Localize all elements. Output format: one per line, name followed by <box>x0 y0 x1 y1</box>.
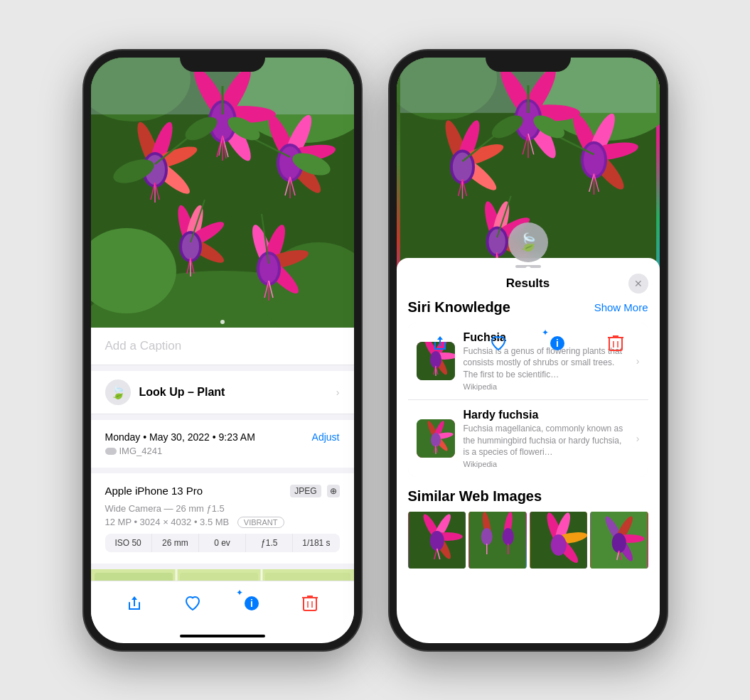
exif-iso: ISO 50 <box>105 534 152 552</box>
similar-visual-4 <box>590 512 648 569</box>
svg-point-41 <box>182 234 199 259</box>
lookup-label: Look Up – Plant <box>139 386 225 399</box>
flower-photo <box>91 58 354 328</box>
sparkle-icon-2: ✦ <box>542 328 549 338</box>
hardy-fuchsia-description: Fuchsia magellanica, commonly known as t… <box>464 423 628 458</box>
fuchsia-chevron-icon: › <box>636 355 640 367</box>
exif-ev: 0 ev <box>199 534 246 552</box>
sheet-close-button[interactable]: ✕ <box>628 274 648 294</box>
visual-lookup-float-button[interactable]: 🍃 <box>508 222 548 262</box>
info-icon: i <box>243 595 260 612</box>
meta-section: Monday • May 30, 2022 • 9:23 AM Adjust I… <box>91 420 354 468</box>
screen-1: Add a Caption 🍃 Look Up – Plant › Monday… <box>91 58 354 643</box>
delete-button[interactable] <box>297 591 323 616</box>
phone-1: Add a Caption 🍃 Look Up – Plant › Monday… <box>84 50 361 650</box>
photo-area[interactable] <box>91 58 354 328</box>
device-row: Apple iPhone 13 Pro JPEG ⊕ <box>105 485 340 497</box>
size-spec: 12 MP • 3024 × 4032 • 3.5 MB VIBRANT <box>105 517 340 528</box>
bottom-toolbar: i ✦ <box>91 581 354 632</box>
siri-section-header: Siri Knowledge Show More <box>408 299 648 316</box>
lookup-row[interactable]: 🍃 Look Up – Plant › <box>91 371 354 414</box>
exif-row: ISO 50 26 mm 0 ev ƒ1.5 1/181 s <box>105 534 340 552</box>
svg-point-158 <box>503 528 514 545</box>
trash-icon <box>302 595 318 612</box>
similar-image-2[interactable] <box>468 512 527 569</box>
badge-row: JPEG ⊕ <box>290 485 339 497</box>
info-panel: Add a Caption 🍃 Look Up – Plant › Monday… <box>91 328 354 581</box>
svg-point-142 <box>431 433 441 447</box>
svg-point-117 <box>488 229 505 254</box>
similar-visual-2 <box>468 512 527 569</box>
exif-focal: 26 mm <box>152 534 199 552</box>
hardy-fuchsia-info: Hardy fuchsia Fuchsia magellanica, commo… <box>464 409 628 468</box>
hardy-fuchsia-thumbnail <box>417 419 455 458</box>
info-button-2[interactable]: i ✦ <box>545 330 570 356</box>
vibrant-badge: VIBRANT <box>237 517 284 528</box>
share-button[interactable] <box>122 591 147 616</box>
hardy-fuchsia-source: Wikipedia <box>464 460 628 468</box>
similar-image-4[interactable] <box>590 512 648 569</box>
screen-2: 🍃 Results ✕ Siri Knowledge Show More <box>397 58 660 643</box>
results-sheet: Results ✕ Siri Knowledge Show More <box>397 258 660 592</box>
sheet-title: Results <box>506 276 550 291</box>
meta-date-row: Monday • May 30, 2022 • 9:23 AM Adjust <box>105 431 340 443</box>
svg-point-151 <box>429 531 444 551</box>
similar-image-1[interactable] <box>408 512 466 569</box>
map-visual <box>91 569 354 581</box>
svg-rect-76 <box>304 598 316 610</box>
phone-2: 🍃 Results ✕ Siri Knowledge Show More <box>390 50 667 650</box>
heart-icon <box>184 595 201 612</box>
leaf-icon: 🍃 <box>110 384 126 400</box>
leaf-float-icon: 🍃 <box>518 232 539 252</box>
chevron-right-icon: › <box>336 387 340 398</box>
notch-2 <box>486 50 571 72</box>
home-indicator-1 <box>180 635 265 637</box>
caption-area[interactable]: Add a Caption <box>91 328 354 365</box>
share-icon-2 <box>432 335 449 352</box>
svg-rect-177 <box>609 338 622 350</box>
similar-visual-1 <box>408 512 466 569</box>
svg-rect-70 <box>95 573 173 581</box>
sheet-header: Results ✕ <box>397 268 660 299</box>
delete-button-2[interactable] <box>603 330 628 356</box>
location-badge: ⊕ <box>327 485 340 497</box>
svg-point-108 <box>583 144 604 176</box>
notch-1 <box>180 50 265 72</box>
similar-section-title: Similar Web Images <box>408 488 648 505</box>
svg-point-157 <box>481 528 493 545</box>
similar-visual-3 <box>530 512 588 569</box>
info-button[interactable]: i ✦ <box>239 591 264 616</box>
similar-section: Similar Web Images <box>408 488 648 569</box>
siri-section-title: Siri Knowledge <box>408 299 510 316</box>
map-section[interactable] <box>91 569 354 581</box>
lookup-indicator-dot <box>525 266 531 272</box>
show-more-button[interactable]: Show More <box>594 301 648 313</box>
map-background <box>91 569 354 581</box>
camera-spec: Wide Camera — 26 mm ƒ1.5 <box>105 503 340 514</box>
share-button-2[interactable] <box>427 330 453 356</box>
cloud-icon <box>105 448 117 455</box>
favorite-button[interactable] <box>180 591 205 616</box>
svg-rect-69 <box>180 573 258 581</box>
svg-point-166 <box>550 534 566 556</box>
knowledge-item-hardy-fuchsia[interactable]: Hardy fuchsia Fuchsia magellanica, commo… <box>408 400 648 477</box>
meta-date: Monday • May 30, 2022 • 9:23 AM <box>105 431 255 443</box>
caption-placeholder: Add a Caption <box>105 339 182 352</box>
svg-text:i: i <box>250 598 253 609</box>
hardy-thumb-visual <box>417 419 455 458</box>
svg-point-172 <box>612 533 626 553</box>
hardy-fuchsia-title: Hardy fuchsia <box>464 409 628 421</box>
adjust-button[interactable]: Adjust <box>312 431 340 443</box>
info-icon-2: i <box>549 335 566 352</box>
favorite-button-2[interactable] <box>486 330 511 356</box>
share-icon <box>126 595 143 612</box>
device-section: Apple iPhone 13 Pro JPEG ⊕ Wide Camera —… <box>91 473 354 564</box>
similar-image-3[interactable] <box>530 512 588 569</box>
svg-point-63 <box>220 320 225 324</box>
svg-text:i: i <box>556 338 559 349</box>
exif-shutter: 1/181 s <box>293 534 339 552</box>
svg-rect-154 <box>469 512 526 569</box>
sparkle-icon: ✦ <box>236 588 243 598</box>
fuchsia-source: Wikipedia <box>464 382 628 391</box>
jpeg-badge: JPEG <box>290 485 321 497</box>
